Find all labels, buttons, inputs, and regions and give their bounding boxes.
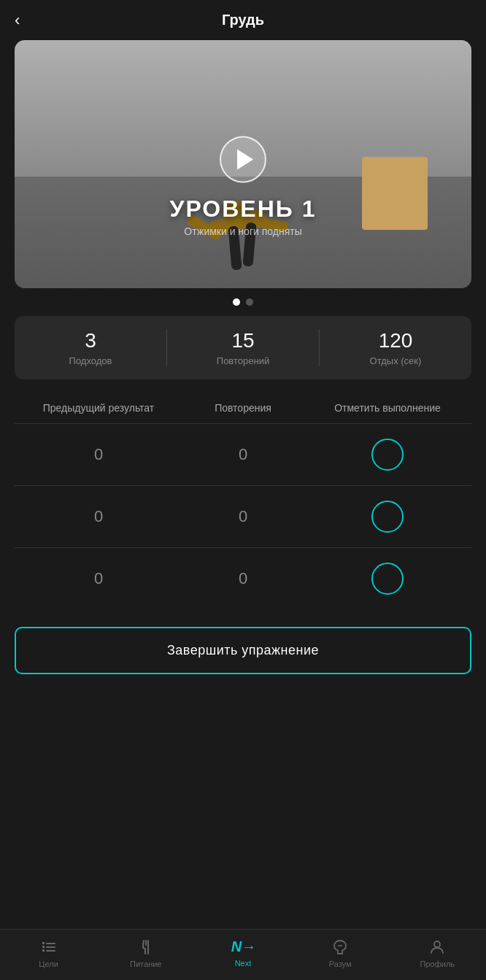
row1-check[interactable] (371, 439, 404, 471)
stats-bar: 3 Подходов 15 Повторений 120 Отдых (сек) (15, 316, 471, 379)
table-row: 0 0 (15, 547, 471, 609)
play-icon (237, 150, 253, 170)
svg-rect-4 (46, 946, 55, 948)
stat-reps-value: 15 (167, 329, 319, 352)
row3-check[interactable] (371, 563, 404, 595)
col-header-prev: Предыдущий результат (26, 401, 171, 416)
nav-item-mind[interactable]: Разум (318, 938, 362, 968)
play-button[interactable] (220, 136, 266, 183)
next-logo-icon: N→ (231, 938, 255, 955)
svg-rect-3 (46, 943, 55, 944)
svg-rect-5 (46, 950, 55, 952)
stat-sets-label: Подходов (15, 355, 166, 366)
nav-label-nutrition: Питание (130, 960, 161, 968)
nav-label-goals: Цели (39, 960, 58, 968)
dot-1[interactable] (233, 298, 240, 306)
nav-item-next[interactable]: N→ Next (221, 938, 265, 968)
video-container: УРОВЕНЬ 1 Отжимки и ноги подняты (15, 40, 471, 288)
nav-item-profile[interactable]: Профиль (415, 938, 459, 968)
col-header-check: Отметить выполнение (315, 401, 460, 416)
dot-2[interactable] (246, 298, 253, 306)
svg-rect-2 (42, 949, 45, 952)
profile-icon (428, 938, 446, 956)
stat-reps-label: Повторений (167, 355, 319, 366)
svg-point-6 (434, 941, 440, 947)
stat-rest-label: Отдых (сек) (320, 355, 471, 366)
mind-icon (331, 938, 349, 956)
row2-prev: 0 (26, 507, 171, 526)
sets-table: Предыдущий результат Повторения Отметить… (15, 394, 471, 609)
header: ‹ Грудь (0, 0, 486, 40)
stat-sets-value: 3 (15, 329, 166, 352)
page-title: Грудь (222, 12, 264, 28)
svg-rect-0 (42, 942, 45, 944)
table-row: 0 0 (15, 485, 471, 547)
back-button[interactable]: ‹ (15, 11, 20, 30)
row3-prev: 0 (26, 569, 171, 588)
goals-icon (40, 938, 58, 956)
stat-rest-value: 120 (320, 329, 471, 352)
nav-label-next: Next (235, 959, 252, 968)
nutrition-icon (137, 938, 155, 956)
nav-label-mind: Разум (329, 960, 352, 968)
bottom-nav: Цели Питание N→ Next Разум Профиль (0, 929, 486, 980)
carousel-dots (0, 298, 486, 306)
row2-check[interactable] (371, 501, 404, 533)
nav-item-nutrition[interactable]: Питание (124, 938, 168, 968)
nav-label-profile: Профиль (420, 960, 455, 968)
row1-prev: 0 (26, 445, 171, 464)
level-title: УРОВЕНЬ 1 (15, 196, 471, 223)
complete-exercise-button[interactable]: Завершить упражнение (15, 627, 471, 674)
row3-reps: 0 (171, 569, 315, 588)
level-overlay: УРОВЕНЬ 1 Отжимки и ноги подняты (15, 196, 471, 237)
row1-reps: 0 (171, 445, 315, 464)
col-header-reps: Повторения (171, 401, 315, 416)
stat-sets: 3 Подходов (15, 329, 167, 366)
svg-rect-1 (42, 946, 45, 948)
nav-item-goals[interactable]: Цели (27, 938, 71, 968)
table-row: 0 0 (15, 423, 471, 485)
stat-reps: 15 Повторений (167, 329, 320, 366)
level-subtitle: Отжимки и ноги подняты (15, 225, 471, 237)
row2-reps: 0 (171, 507, 315, 526)
stat-rest: 120 Отдых (сек) (320, 329, 471, 366)
sets-table-header: Предыдущий результат Повторения Отметить… (15, 394, 471, 423)
